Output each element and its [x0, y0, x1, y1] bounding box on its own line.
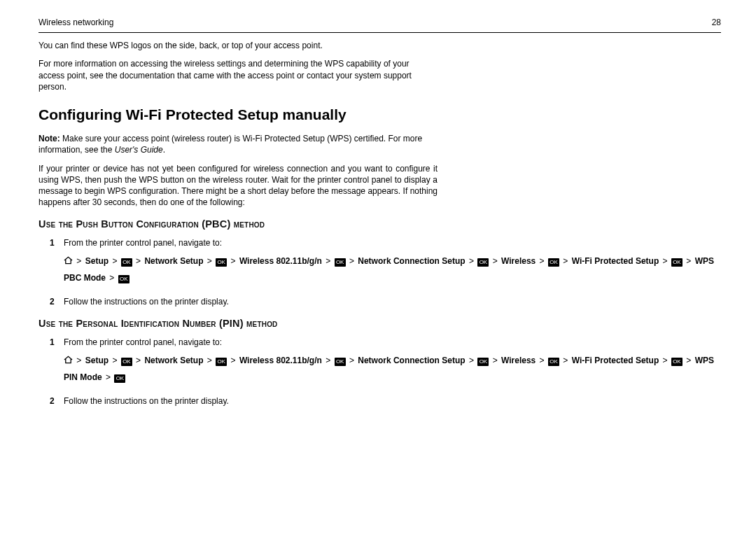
- page-title: Configuring Wi-Fi Protected Setup manual…: [38, 105, 721, 125]
- ok-button-icon: OK: [548, 358, 559, 366]
- intro-paragraph-2: For more information on accessing the wi…: [38, 58, 430, 92]
- nav-network-setup: Network Setup: [144, 256, 203, 266]
- nav-wifi-protected-setup: Wi-Fi Protected Setup: [572, 256, 659, 266]
- nav-setup: Setup: [85, 256, 108, 266]
- ok-button-icon: OK: [114, 374, 125, 383]
- pbc-steps: 1 From the printer control panel, naviga…: [54, 237, 721, 307]
- nav-wireless-band: Wireless 802.11b/g/n: [239, 356, 322, 365]
- header-left: Wireless networking: [38, 17, 113, 28]
- note-paragraph: Note: Make sure your access point (wirel…: [38, 133, 430, 155]
- pin-nav-path: > Setup > OK > Network Setup > OK > Wire…: [64, 352, 721, 386]
- pbc-heading: Use the Push Button Configuration (PBC) …: [38, 218, 721, 232]
- page-header: Wireless networking 28: [38, 17, 721, 28]
- header-divider: [38, 32, 721, 33]
- note-end: .: [163, 145, 165, 155]
- ok-button-icon: OK: [121, 258, 132, 267]
- intro-block: You can find these WPS logos on the side…: [38, 40, 721, 92]
- nav-setup: Setup: [85, 356, 108, 365]
- step-text: From the printer control panel, navigate…: [64, 237, 721, 248]
- home-icon: [64, 256, 73, 265]
- ok-button-icon: OK: [477, 258, 489, 267]
- step-number: 1: [50, 237, 55, 248]
- note-italic: User's Guide: [115, 145, 163, 155]
- ok-button-icon: OK: [335, 358, 346, 366]
- note-body: Make sure your access point (wireless ro…: [38, 134, 422, 155]
- step-number: 2: [50, 395, 55, 407]
- nav-wireless-band: Wireless 802.11b/g/n: [239, 256, 322, 266]
- step-number: 1: [50, 337, 55, 348]
- pin-heading: Use the Personal Identification Number (…: [38, 317, 721, 331]
- step-text: Follow the instructions on the printer d…: [64, 297, 229, 307]
- ok-button-icon: OK: [335, 258, 346, 267]
- intro-paragraph-1: You can find these WPS logos on the side…: [38, 40, 430, 51]
- body-paragraph: If your printer or device has not yet be…: [38, 163, 438, 209]
- ok-button-icon: OK: [548, 258, 559, 267]
- nav-network-connection-setup: Network Connection Setup: [358, 256, 465, 266]
- page-number: 28: [712, 17, 721, 28]
- ok-button-icon: OK: [121, 358, 132, 366]
- step-number: 2: [50, 296, 55, 307]
- ok-button-icon: OK: [216, 258, 227, 267]
- nav-wireless: Wireless: [501, 256, 536, 266]
- note-label: Note:: [38, 134, 60, 143]
- ok-button-icon: OK: [671, 258, 682, 267]
- pin-step-1: 1 From the printer control panel, naviga…: [54, 337, 721, 386]
- pbc-step-2: 2 Follow the instructions on the printer…: [54, 296, 721, 307]
- ok-button-icon: OK: [671, 358, 682, 366]
- nav-network-connection-setup: Network Connection Setup: [358, 356, 465, 365]
- ok-button-icon: OK: [118, 275, 130, 283]
- step-text: From the printer control panel, navigate…: [64, 337, 721, 348]
- nav-wireless: Wireless: [501, 356, 536, 365]
- pin-step-2: 2 Follow the instructions on the printer…: [54, 395, 721, 407]
- pin-steps: 1 From the printer control panel, naviga…: [54, 337, 721, 407]
- nav-network-setup: Network Setup: [144, 356, 203, 365]
- step-text: Follow the instructions on the printer d…: [64, 396, 229, 406]
- page: Wireless networking 28 You can find thes…: [0, 0, 756, 407]
- nav-wifi-protected-setup: Wi-Fi Protected Setup: [572, 356, 659, 365]
- ok-button-icon: OK: [216, 358, 227, 366]
- home-icon: [64, 356, 73, 364]
- ok-button-icon: OK: [477, 358, 489, 366]
- pbc-nav-path: > Setup > OK > Network Setup > OK > Wire…: [64, 253, 721, 286]
- pbc-step-1: 1 From the printer control panel, naviga…: [54, 237, 721, 286]
